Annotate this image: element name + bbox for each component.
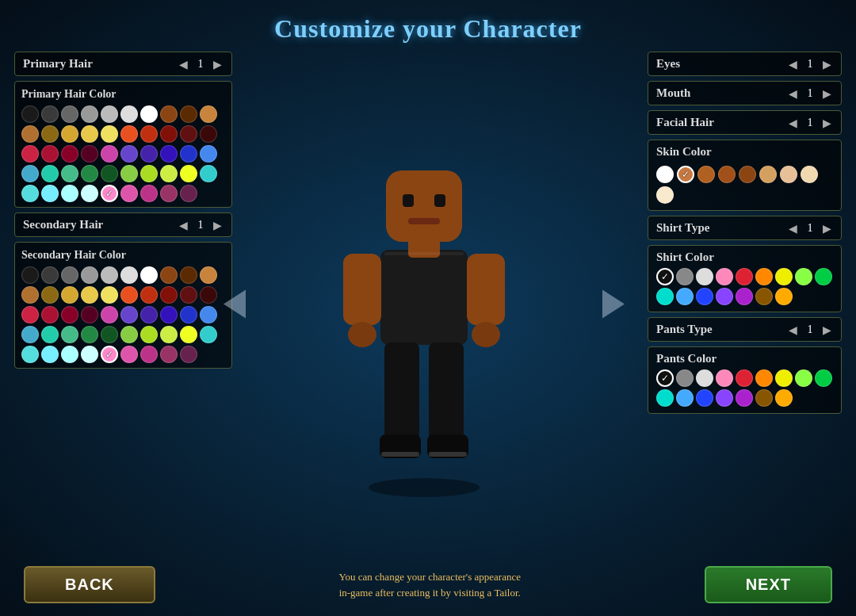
primary-hair-color-swatch[interactable] [180,185,197,202]
eyes-next[interactable]: ▶ [821,58,833,71]
primary-hair-color-swatch[interactable] [61,165,78,182]
secondary-hair-color-swatch[interactable] [41,326,59,343]
primary-hair-color-swatch[interactable] [21,185,39,202]
primary-hair-color-swatch[interactable] [160,125,178,143]
pants-color-swatch[interactable] [716,389,733,407]
secondary-hair-color-swatch[interactable] [41,266,59,284]
primary-hair-color-swatch[interactable] [180,125,197,143]
secondary-hair-color-swatch[interactable] [101,306,118,323]
primary-hair-prev[interactable]: ◀ [178,58,189,71]
secondary-hair-color-swatch[interactable] [41,286,59,304]
next-button[interactable]: NEXT [705,566,832,603]
pants-color-swatch[interactable] [656,369,674,387]
secondary-hair-color-swatch[interactable] [101,346,118,363]
secondary-hair-color-swatch[interactable] [140,306,158,323]
primary-hair-color-swatch[interactable] [160,145,178,163]
secondary-hair-color-swatch[interactable] [61,346,78,363]
secondary-hair-color-swatch[interactable] [21,346,39,363]
primary-hair-color-swatch[interactable] [160,105,178,123]
primary-hair-color-swatch[interactable] [140,105,158,123]
pants-color-swatch[interactable] [775,369,793,387]
primary-hair-color-swatch[interactable] [140,165,158,182]
shirt-type-prev[interactable]: ◀ [787,222,799,235]
secondary-hair-color-swatch[interactable] [101,286,118,304]
secondary-hair-color-swatch[interactable] [140,326,158,343]
secondary-hair-color-swatch[interactable] [21,286,39,304]
primary-hair-color-swatch[interactable] [61,145,78,163]
secondary-hair-color-swatch[interactable] [61,266,78,284]
primary-hair-color-swatch[interactable] [120,185,138,202]
mouth-next[interactable]: ▶ [821,87,833,100]
shirt-color-swatch[interactable] [736,268,753,285]
primary-hair-color-swatch[interactable] [101,145,118,163]
shirt-color-swatch[interactable] [656,288,674,305]
shirt-color-swatch[interactable] [676,288,694,305]
mouth-prev[interactable]: ◀ [787,87,799,100]
pants-color-swatch[interactable] [696,389,713,407]
shirt-color-swatch[interactable] [775,268,793,285]
secondary-hair-prev[interactable]: ◀ [178,219,189,231]
primary-hair-color-swatch[interactable] [21,105,39,123]
primary-hair-color-swatch[interactable] [41,125,59,143]
skin-color-swatch[interactable] [718,166,736,183]
pants-color-swatch[interactable] [815,369,832,387]
pants-type-next[interactable]: ▶ [821,323,833,336]
secondary-hair-color-swatch[interactable] [61,286,78,304]
secondary-hair-color-swatch[interactable] [81,306,98,323]
primary-hair-color-swatch[interactable] [101,185,118,202]
primary-hair-color-swatch[interactable] [120,165,138,182]
pants-color-swatch[interactable] [696,369,713,387]
primary-hair-color-swatch[interactable] [101,125,118,143]
secondary-hair-color-swatch[interactable] [81,266,98,284]
primary-hair-color-swatch[interactable] [180,105,197,123]
shirt-color-swatch[interactable] [815,268,832,285]
primary-hair-color-swatch[interactable] [81,185,98,202]
secondary-hair-color-swatch[interactable] [140,266,158,284]
primary-hair-color-swatch[interactable] [101,105,118,123]
secondary-hair-color-swatch[interactable] [21,266,39,284]
rotate-right-button[interactable] [602,284,625,327]
secondary-hair-next[interactable]: ▶ [212,219,224,231]
secondary-hair-color-swatch[interactable] [200,306,217,323]
primary-hair-color-swatch[interactable] [81,165,98,182]
secondary-hair-color-swatch[interactable] [120,346,138,363]
secondary-hair-color-swatch[interactable] [41,346,59,363]
primary-hair-color-swatch[interactable] [120,145,138,163]
shirt-color-swatch[interactable] [755,288,773,305]
shirt-color-swatch[interactable] [696,268,713,285]
secondary-hair-color-swatch[interactable] [140,346,158,363]
secondary-hair-color-swatch[interactable] [180,266,197,284]
secondary-hair-color-swatch[interactable] [160,326,178,343]
primary-hair-color-swatch[interactable] [160,165,178,182]
primary-hair-color-swatch[interactable] [41,185,59,202]
secondary-hair-color-swatch[interactable] [200,326,217,343]
pants-color-swatch[interactable] [736,369,753,387]
shirt-color-swatch[interactable] [795,268,812,285]
shirt-color-swatch[interactable] [775,288,793,305]
secondary-hair-color-swatch[interactable] [81,326,98,343]
shirt-color-swatch[interactable] [716,288,733,305]
primary-hair-color-swatch[interactable] [200,165,217,182]
secondary-hair-color-swatch[interactable] [180,306,197,323]
primary-hair-color-swatch[interactable] [61,125,78,143]
pants-color-swatch[interactable] [775,389,793,407]
primary-hair-color-swatch[interactable] [81,105,98,123]
secondary-hair-color-swatch[interactable] [61,306,78,323]
secondary-hair-color-swatch[interactable] [120,326,138,343]
back-button[interactable]: BACK [24,566,155,603]
secondary-hair-color-swatch[interactable] [160,346,178,363]
secondary-hair-color-swatch[interactable] [120,306,138,323]
skin-color-swatch[interactable] [697,166,715,183]
shirt-color-swatch[interactable] [755,268,773,285]
shirt-color-swatch[interactable] [676,268,694,285]
primary-hair-color-swatch[interactable] [41,145,59,163]
skin-color-swatch[interactable] [801,166,818,183]
primary-hair-color-swatch[interactable] [101,165,118,182]
primary-hair-color-swatch[interactable] [41,165,59,182]
primary-hair-color-swatch[interactable] [21,145,39,163]
pants-type-prev[interactable]: ◀ [787,323,799,336]
rotate-left-button[interactable] [224,284,246,327]
secondary-hair-color-swatch[interactable] [61,326,78,343]
skin-color-swatch[interactable] [739,166,756,183]
shirt-color-swatch[interactable] [716,268,733,285]
